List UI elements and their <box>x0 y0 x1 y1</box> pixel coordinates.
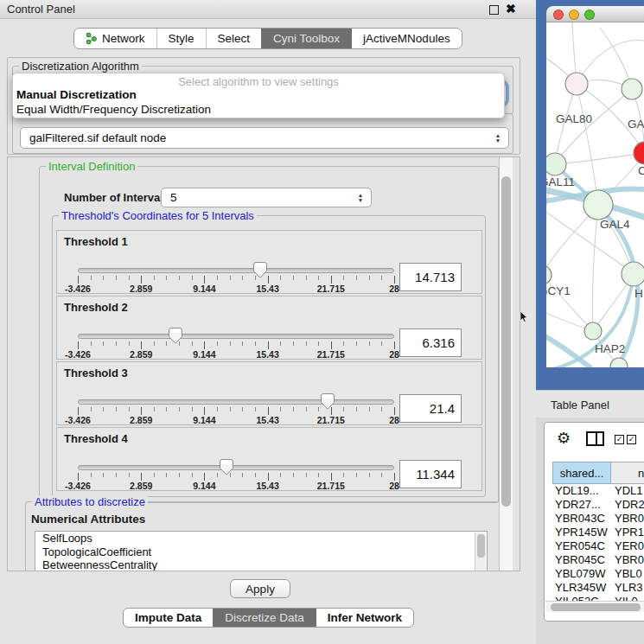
network-node-gcy1[interactable] <box>546 265 552 284</box>
scale-label: 2.859 <box>130 415 152 425</box>
slider-track[interactable] <box>78 334 394 339</box>
attribute-item-selfloops[interactable]: SelfLoops <box>35 532 487 545</box>
threshold-value-field[interactable]: 21.4 <box>399 394 462 423</box>
tab-jactivemnodules[interactable]: jActiveMNodules <box>351 29 462 48</box>
slider-track[interactable] <box>78 268 394 273</box>
cell-shared-name: YLR345W <box>555 581 606 594</box>
tab-label: Select <box>218 32 251 45</box>
table-row[interactable]: YBL079WYBL0 <box>545 567 644 581</box>
tab-cyni-toolbox[interactable]: Cyni Toolbox <box>261 29 351 48</box>
tick-mark <box>91 473 92 477</box>
threshold-slider[interactable]: -3.4262.8599.14415.4321.71528 <box>78 296 394 360</box>
cell-name: YER0 <box>615 539 644 552</box>
tick-mark <box>154 341 155 346</box>
slider-ticks <box>78 473 394 481</box>
network-node-gal4[interactable] <box>583 190 613 220</box>
threshold-panel-2: Threshold 2-3.4262.8599.14415.4321.71528… <box>56 296 482 360</box>
attribute-item-topologicalcoefficient[interactable]: TopologicalCoefficient <box>35 545 487 559</box>
table-row[interactable]: YER054CYER0 <box>545 539 644 553</box>
threshold-value-field[interactable]: 14.713 <box>399 263 462 291</box>
gear-icon[interactable]: ⚙ <box>557 429 571 448</box>
threshold-slider[interactable]: -3.4262.8599.14415.4321.71528 <box>78 362 394 426</box>
table-row[interactable]: YLR345WYLR3 <box>545 581 644 595</box>
scale-label: 21.715 <box>317 481 345 491</box>
tick-mark <box>91 276 92 280</box>
threshold-value-field[interactable]: 11.344 <box>399 460 462 488</box>
tick-mark <box>141 276 142 284</box>
network-node-c[interactable] <box>634 142 644 164</box>
minimize-traffic-light-icon[interactable] <box>569 10 579 20</box>
table-data-combobox[interactable]: galFiltered.sif default node ▲▼ <box>20 127 509 149</box>
tick-mark <box>242 276 243 280</box>
tab-discretize-data[interactable]: Discretize Data <box>213 609 316 627</box>
close-traffic-light-icon[interactable] <box>553 10 564 20</box>
attribute-item-betweennesscentrality[interactable]: BetweennessCentrality <box>35 558 487 571</box>
tick-mark <box>369 341 370 346</box>
control-panel-title: Control Panel <box>7 3 75 16</box>
network-node-ga[interactable] <box>622 79 642 99</box>
table-row[interactable]: YPR145WYPR1 <box>545 526 644 539</box>
attributes-list-scrollbar[interactable] <box>475 532 486 571</box>
column-header-shared-name[interactable]: shared... <box>552 462 611 484</box>
table-horizontal-scrollbar[interactable] <box>545 601 644 612</box>
table-row[interactable]: YDL19...YDL1 <box>545 484 644 498</box>
table-data-combobox-value: galFiltered.sif default node <box>21 131 492 144</box>
settings-vertical-scrollbar[interactable] <box>499 157 513 571</box>
tab-style[interactable]: Style <box>156 29 206 48</box>
network-edge <box>555 89 632 164</box>
checkbox-icon[interactable]: ✓ <box>627 435 636 444</box>
tab-infer-network[interactable]: Infer Network <box>316 609 413 627</box>
dropdown-option-equal-width-frequency-discretization[interactable]: Equal Width/Frequency Discretization <box>16 103 501 116</box>
tick-mark <box>154 473 155 477</box>
number-of-intervals-combobox[interactable]: 5 ▲▼ <box>161 188 372 207</box>
threshold-slider[interactable]: -3.4262.8599.14415.4321.71528 <box>78 428 394 492</box>
float-window-icon[interactable] <box>489 5 499 15</box>
network-node-h[interactable] <box>622 262 644 286</box>
thresholds-group: Threshold's Coordinates for 5 Intervals … <box>52 215 486 497</box>
network-canvas[interactable]: GAL80GACGAL11GAL4GCY1HHAP2 <box>546 22 644 367</box>
tick-mark <box>242 473 243 477</box>
column-header-name[interactable]: n <box>611 462 644 484</box>
table-row[interactable]: YBR043CYBR0 <box>545 512 644 526</box>
threshold-slider[interactable]: -3.4262.8599.14415.4321.71528 <box>78 231 394 295</box>
node-label-hap2: HAP2 <box>595 342 625 355</box>
slider-track[interactable] <box>78 399 394 405</box>
tick-mark <box>293 276 294 280</box>
scale-label: 2.859 <box>130 284 152 294</box>
network-node-hap2[interactable] <box>584 322 602 340</box>
apply-button[interactable]: Apply <box>230 579 290 598</box>
table-data-group: Table Data galFiltered.sif default node … <box>12 113 513 154</box>
network-node-gal80[interactable] <box>565 73 588 95</box>
table-row[interactable]: YIL052CYIL0 <box>545 595 644 601</box>
table-row[interactable]: YDR27...YDR2 <box>545 498 644 512</box>
tick-mark <box>179 276 180 280</box>
tick-mark <box>116 407 117 411</box>
tick-mark <box>129 341 130 346</box>
network-edge <box>555 153 644 164</box>
zoom-traffic-light-icon[interactable] <box>584 10 595 20</box>
tab-network[interactable]: Network <box>74 29 156 48</box>
dropdown-option-manual-discretization[interactable]: Manual Discretization <box>16 88 501 101</box>
threshold-panel-4: Threshold 4-3.4262.8599.14415.4321.71528… <box>56 427 482 491</box>
tick-mark <box>293 407 294 411</box>
table-row[interactable]: YBR045CYBR0 <box>545 553 644 567</box>
tab-select[interactable]: Select <box>206 29 262 48</box>
split-columns-icon[interactable] <box>586 431 604 446</box>
node-label-gal4: GAL4 <box>600 218 630 231</box>
tab-impute-data[interactable]: Impute Data <box>124 609 213 627</box>
slider-track[interactable] <box>78 465 394 470</box>
tick-mark <box>394 276 395 284</box>
tick-mark <box>129 407 130 411</box>
algorithm-dropdown-prompt: Select algorithm to view settings <box>13 75 504 88</box>
tick-mark <box>141 341 142 349</box>
table-panel-titlebar: Table Panel <box>536 390 644 418</box>
numerical-attributes-list[interactable]: SelfLoopsTopologicalCoefficientBetweenne… <box>35 531 488 571</box>
tick-mark <box>306 407 307 411</box>
checkbox-icon[interactable]: ✓ <box>615 435 624 444</box>
threshold-value-field[interactable]: 6.316 <box>399 328 462 357</box>
close-icon[interactable]: ✖ <box>506 2 516 16</box>
cell-name: YBR0 <box>615 512 644 525</box>
network-node-gal11[interactable] <box>546 153 566 175</box>
scale-label: 21.715 <box>317 349 345 360</box>
tick-mark <box>103 473 104 477</box>
